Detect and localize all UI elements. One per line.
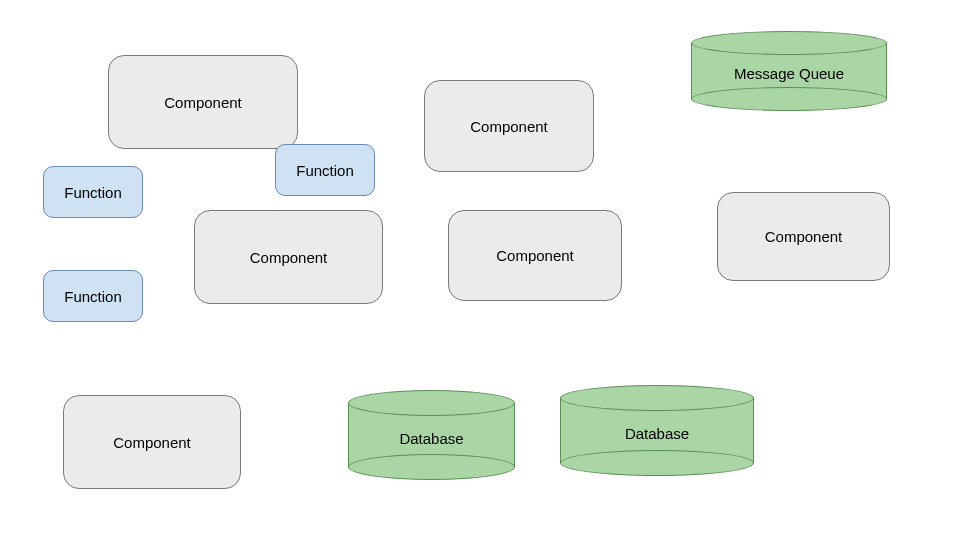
component-box: Component: [717, 192, 890, 281]
database-label: Database: [399, 430, 463, 447]
component-box: Component: [424, 80, 594, 172]
message-queue-cylinder: Message Queue: [691, 31, 887, 111]
message-queue-label: Message Queue: [734, 65, 844, 82]
component-label: Component: [250, 249, 328, 266]
database-label: Database: [625, 425, 689, 442]
component-box: Component: [108, 55, 298, 149]
function-label: Function: [296, 162, 354, 179]
function-label: Function: [64, 288, 122, 305]
function-box: Function: [43, 166, 143, 218]
component-label: Component: [164, 94, 242, 111]
component-box: Component: [194, 210, 383, 304]
component-label: Component: [113, 434, 191, 451]
component-box: Component: [448, 210, 622, 301]
function-label: Function: [64, 184, 122, 201]
component-label: Component: [496, 247, 574, 264]
database-cylinder: Database: [560, 385, 754, 476]
component-label: Component: [765, 228, 843, 245]
database-cylinder: Database: [348, 390, 515, 480]
function-box: Function: [43, 270, 143, 322]
component-label: Component: [470, 118, 548, 135]
function-box: Function: [275, 144, 375, 196]
component-box: Component: [63, 395, 241, 489]
